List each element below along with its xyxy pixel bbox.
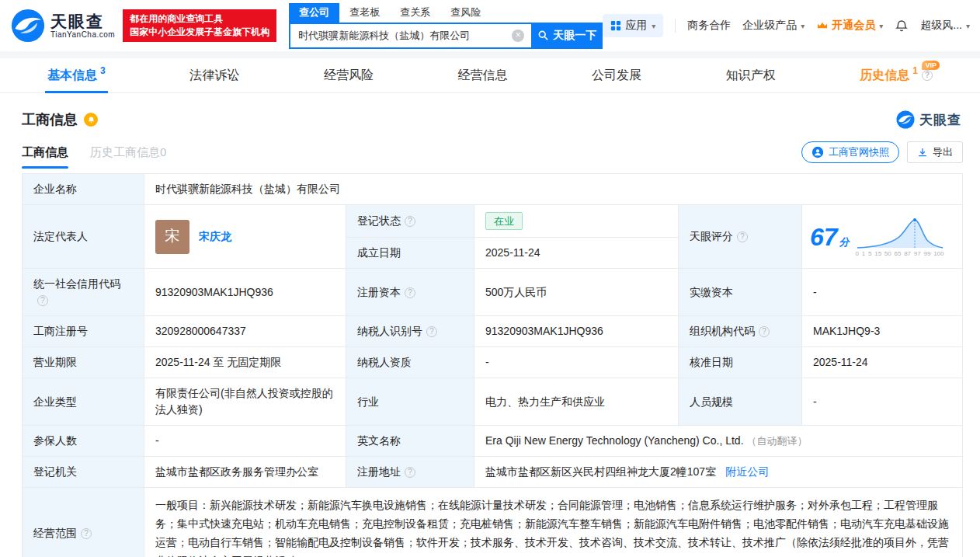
row-insured-count: 参保人数 - 英文名称 Era Qiji New Energy Technolo… xyxy=(23,426,963,457)
address-text: 盐城市盐都区新区兴民村四组神龙大厦2幢107室 xyxy=(485,465,716,478)
industry-text: 电力、热力生产和供应业 xyxy=(485,395,605,408)
value-reg-capital: 500万人民币 xyxy=(474,269,679,316)
score-curve-chart: 015155065879799100 xyxy=(856,216,944,257)
menu-super-risk[interactable]: 超级风... ▾ xyxy=(920,19,970,33)
row-company-type: 企业类型 有限责任公司(非自然人投资或控股的法人独资) 行业 电力、热力生产和供… xyxy=(23,378,963,426)
chevron-down-icon: ▾ xyxy=(966,22,970,30)
help-icon[interactable] xyxy=(405,467,415,478)
label-english-name-text: 英文名称 xyxy=(357,434,401,447)
tab-intellectual-property[interactable]: 知识产权 xyxy=(724,58,778,92)
tab-basic-info[interactable]: 基本信息 3 xyxy=(45,58,108,92)
help-icon[interactable] xyxy=(922,70,933,81)
label-reg-capital-text: 注册资本 xyxy=(357,286,401,298)
label-approval-date: 核准日期 xyxy=(679,347,802,378)
search-tab-boss[interactable]: 查老板 xyxy=(339,3,390,23)
label-reg-status: 登记状态 xyxy=(346,205,474,238)
help-icon[interactable] xyxy=(405,216,415,227)
label-reg-status-text: 登记状态 xyxy=(357,214,401,227)
download-icon xyxy=(917,147,928,158)
help-icon[interactable] xyxy=(37,295,48,306)
business-scope-text: 一般项目：新兴能源技术研发；新能源汽车换电设施销售；在线能源计量技术研发；合同能… xyxy=(155,499,949,557)
label-reg-authority: 登记机关 xyxy=(23,457,144,488)
tab-company-development-label: 公司发展 xyxy=(592,68,641,84)
tianyancha-watermark-text: 天眼查 xyxy=(919,111,961,129)
help-icon[interactable] xyxy=(426,326,437,337)
snapshot-icon xyxy=(811,146,824,158)
menu-vip-label: 开通会员 xyxy=(832,19,875,33)
menu-cooperation[interactable]: 商务合作 xyxy=(687,19,731,33)
nearby-companies-link[interactable]: 附近公司 xyxy=(725,465,769,478)
approval-date-text: 2025-11-24 xyxy=(813,356,868,368)
menu-super-risk-label: 超级风... xyxy=(920,19,962,33)
label-address: 注册地址 xyxy=(346,457,474,488)
tab-company-development[interactable]: 公司发展 xyxy=(589,58,644,92)
search-tab-risk[interactable]: 查风险 xyxy=(440,3,491,23)
label-legal-rep-text: 法定代表人 xyxy=(33,230,88,242)
menu-open-vip[interactable]: 开通会员 ▾ xyxy=(816,19,883,33)
row-credit-code: 统一社会信用代码 91320903MAK1JHQ936 注册资本 500万人民币… xyxy=(23,269,963,316)
help-icon[interactable] xyxy=(81,528,92,539)
label-establish-date-text: 成立日期 xyxy=(357,246,401,259)
notification-bell-icon[interactable] xyxy=(895,19,909,33)
tab-operation-info-label: 经营信息 xyxy=(457,68,507,84)
official-snapshot-button[interactable]: 工商官网快照 xyxy=(801,141,899,163)
help-icon[interactable] xyxy=(737,232,748,242)
logo-text: 天眼查 TianYanCha.com xyxy=(50,13,115,39)
search-button[interactable]: 天眼一下 xyxy=(531,23,603,49)
export-button[interactable]: 导出 xyxy=(907,141,963,163)
tab-operation-risk[interactable]: 经营风险 xyxy=(321,58,376,92)
tab-operation-info[interactable]: 经营信息 xyxy=(455,58,509,92)
search-tab-company[interactable]: 查公司 xyxy=(289,3,339,23)
taxpayer-id-text: 91320903MAK1JHQ936 xyxy=(485,325,603,337)
label-insured-count-text: 参保人数 xyxy=(33,434,77,447)
grid-icon xyxy=(610,20,621,31)
menu-enterprise-products[interactable]: 企业级产品 ▾ xyxy=(742,19,805,33)
subtab-business-info[interactable]: 工商信息 xyxy=(22,145,68,169)
label-legal-rep: 法定代表人 xyxy=(23,205,144,269)
subtab-history-business-info[interactable]: 历史工商信息0 xyxy=(90,145,166,169)
label-address-text: 注册地址 xyxy=(357,465,401,478)
label-staff-size: 人员规模 xyxy=(679,378,802,426)
notice-bell-icon[interactable] xyxy=(84,113,98,127)
label-industry: 行业 xyxy=(346,378,474,426)
tab-legal-litigation[interactable]: 法律诉讼 xyxy=(187,58,242,92)
label-score: 天眼评分 xyxy=(679,205,802,269)
chevron-down-icon: ▾ xyxy=(652,22,655,30)
clear-icon[interactable]: × xyxy=(512,30,524,42)
search-input[interactable] xyxy=(289,23,531,49)
help-icon[interactable] xyxy=(759,326,770,337)
tianyancha-logo[interactable]: 天眼查 TianYanCha.com xyxy=(11,9,115,43)
search-box: × 天眼一下 xyxy=(289,23,603,49)
score-axis-labels: 015155065879799100 xyxy=(856,250,944,257)
label-paid-capital: 实缴资本 xyxy=(679,269,802,316)
label-credit-code-text: 统一社会信用代码 xyxy=(33,277,120,290)
label-approval-date-text: 核准日期 xyxy=(690,356,733,368)
tab-legal-litigation-label: 法律诉讼 xyxy=(189,68,239,84)
menu-cooperation-label: 商务合作 xyxy=(687,19,731,33)
legal-rep-avatar[interactable]: 宋 xyxy=(155,220,189,254)
row-business-term: 营业期限 2025-11-24 至 无固定期限 纳税人资质 - 核准日期 202… xyxy=(23,347,963,378)
label-staff-size-text: 人员规模 xyxy=(690,395,733,408)
label-credit-code: 统一社会信用代码 xyxy=(23,269,144,316)
value-paid-capital: - xyxy=(802,269,963,316)
value-reg-authority: 盐城市盐都区政务服务管理办公室 xyxy=(144,457,346,488)
credit-code-text: 91320903MAK1JHQ936 xyxy=(155,286,273,298)
value-org-code: MAK1JHQ9-3 xyxy=(802,316,963,347)
apps-menu-label: 应用 xyxy=(625,19,647,33)
row-company-name: 企业名称 时代骐骥新能源科技（盐城）有限公司 xyxy=(23,174,963,205)
help-icon[interactable] xyxy=(405,287,415,298)
export-label: 导出 xyxy=(933,145,953,159)
value-address: 盐城市盐都区新区兴民村四组神龙大厦2幢107室附近公司 xyxy=(474,457,963,488)
tab-intellectual-property-label: 知识产权 xyxy=(726,68,776,84)
legal-rep-name-link[interactable]: 宋庆龙 xyxy=(199,228,231,245)
label-business-term-text: 营业期限 xyxy=(33,356,77,368)
label-taxpayer-quality-text: 纳税人资质 xyxy=(357,356,412,368)
tab-history-info-label: 历史信息 xyxy=(860,68,909,84)
company-type-text: 有限责任公司(非自然人投资或控股的法人独资) xyxy=(155,387,333,416)
establish-date-text: 2025-11-24 xyxy=(485,246,540,259)
apps-menu-button[interactable]: 应用 ▾ xyxy=(603,14,663,37)
search-tab-relation[interactable]: 查关系 xyxy=(390,3,440,23)
page-title: 工商信息 xyxy=(22,110,78,129)
chevron-down-icon: ▾ xyxy=(879,22,883,30)
tab-history-info[interactable]: 历史信息 1 VIP xyxy=(857,58,935,92)
